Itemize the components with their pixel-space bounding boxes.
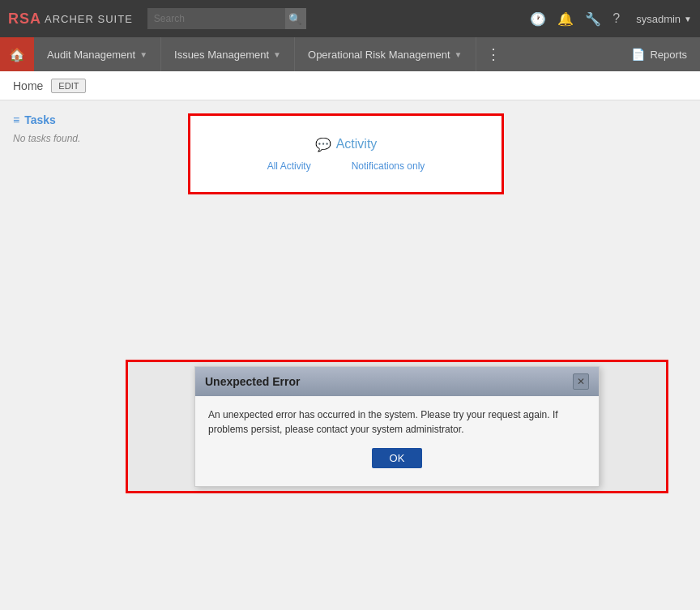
dialog-body: An unexpected error has occurred in the …: [195, 396, 599, 486]
operational-caret-icon: ▼: [455, 50, 463, 59]
search-container: 🔍: [147, 8, 309, 29]
archer-suite-label: ARCHER SUITE: [45, 13, 133, 25]
search-button[interactable]: 🔍: [285, 8, 306, 29]
more-dots-icon: ⋮: [486, 45, 501, 63]
main-content: ≡ Tasks No tasks found. 💬 Activity All A…: [0, 100, 700, 610]
user-caret-icon: ▼: [684, 15, 692, 23]
logo-area: RSA ARCHER SUITE: [8, 11, 133, 28]
activity-title: 💬 Activity: [315, 137, 378, 152]
wrench-icon[interactable]: 🔧: [585, 11, 601, 27]
close-icon: ✕: [577, 376, 585, 387]
tasks-panel: ≡ Tasks No tasks found.: [13, 113, 175, 597]
username-label: sysadmin: [636, 13, 681, 25]
home-icon: 🏠: [9, 47, 25, 62]
user-menu[interactable]: sysadmin ▼: [636, 13, 692, 25]
audit-management-label: Audit Management: [47, 49, 135, 61]
bell-icon[interactable]: 🔔: [557, 11, 574, 27]
home-nav-button[interactable]: 🏠: [0, 37, 34, 71]
history-icon[interactable]: 🕐: [530, 11, 546, 27]
no-tasks-message: No tasks found.: [13, 133, 175, 144]
notifications-only-link[interactable]: Notifications only: [352, 160, 425, 172]
operational-risk-nav[interactable]: Operational Risk Management ▼: [295, 37, 476, 71]
top-bar: RSA ARCHER SUITE 🔍 🕐 🔔 🔧 ? sysadmin ▼: [0, 0, 700, 37]
dialog-footer: OK: [208, 448, 586, 478]
help-icon[interactable]: ?: [612, 11, 620, 26]
search-icon: 🔍: [288, 13, 302, 25]
more-options-nav[interactable]: ⋮: [476, 37, 510, 71]
reports-nav[interactable]: 📄 Reports: [618, 37, 700, 71]
dialog-close-button[interactable]: ✕: [573, 373, 589, 390]
all-activity-link[interactable]: All Activity: [267, 160, 311, 172]
operational-risk-label: Operational Risk Management: [308, 49, 450, 61]
issues-caret-icon: ▼: [273, 50, 281, 59]
issues-management-label: Issues Management: [174, 49, 269, 61]
tasks-header-label: Tasks: [24, 113, 56, 126]
issues-management-nav[interactable]: Issues Management ▼: [161, 37, 295, 71]
tasks-header: ≡ Tasks: [13, 113, 175, 126]
tasks-header-icon: ≡: [13, 113, 19, 126]
search-input[interactable]: [147, 8, 285, 29]
audit-caret-icon: ▼: [139, 50, 147, 59]
right-spacer: [517, 113, 687, 597]
breadcrumb-home: Home: [13, 79, 43, 92]
audit-management-nav[interactable]: Audit Management ▼: [34, 37, 161, 71]
rsa-logo: RSA: [8, 11, 41, 28]
activity-icon: 💬: [315, 137, 331, 152]
reports-icon: 📄: [631, 48, 645, 61]
nav-bar: 🏠 Audit Management ▼ Issues Management ▼…: [0, 37, 700, 71]
dialog-header: Unexpected Error ✕: [195, 367, 599, 396]
edit-button[interactable]: EDIT: [51, 79, 86, 93]
ok-button[interactable]: OK: [372, 448, 423, 468]
error-dialog: Unexpected Error ✕ An unexpected error h…: [194, 366, 600, 487]
activity-label: Activity: [336, 137, 378, 151]
breadcrumb-bar: Home EDIT: [0, 71, 700, 100]
dialog-title: Unexpected Error: [205, 375, 300, 388]
reports-label: Reports: [650, 49, 687, 61]
dialog-message: An unexpected error has occurred in the …: [208, 407, 586, 437]
error-dialog-wrapper: Unexpected Error ✕ An unexpected error h…: [126, 360, 668, 493]
activity-panel: 💬 Activity All Activity Notifications on…: [188, 113, 504, 194]
top-icons: 🕐 🔔 🔧 ? sysadmin ▼: [530, 11, 692, 27]
activity-links: All Activity Notifications only: [267, 160, 425, 172]
